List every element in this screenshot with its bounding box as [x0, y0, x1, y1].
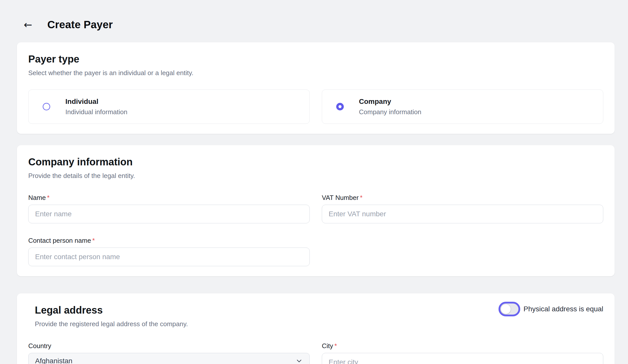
- country-select-value: Afghanistan: [35, 357, 72, 364]
- chevron-down-icon: [296, 358, 302, 364]
- option-text: Company Company information: [359, 98, 421, 116]
- empty-cell: [322, 237, 603, 266]
- country-field-group: Country Afghanistan: [28, 342, 310, 364]
- name-input[interactable]: [28, 205, 310, 223]
- toggle-knob-icon: [501, 304, 511, 314]
- name-field-group: Name*: [28, 194, 310, 223]
- payer-type-options: Individual Individual information Compan…: [28, 89, 603, 124]
- option-individual-description: Individual information: [65, 108, 127, 116]
- company-information-heading: Company information: [28, 156, 603, 168]
- contact-person-label-text: Contact person name: [28, 237, 91, 244]
- page-header: ← Create Payer: [0, 0, 628, 31]
- vat-label: VAT Number*: [322, 194, 603, 202]
- physical-address-toggle-group: Physical address is equal: [499, 302, 603, 316]
- contact-person-input[interactable]: [28, 248, 310, 266]
- city-label-text: City: [322, 342, 333, 350]
- page-title: Create Payer: [47, 19, 113, 31]
- city-required-marker: *: [334, 342, 337, 350]
- payer-type-heading: Payer type: [28, 53, 603, 65]
- legal-address-subtitle: Provide the registered legal address of …: [35, 320, 188, 328]
- vat-required-marker: *: [360, 194, 362, 201]
- name-label: Name*: [28, 194, 310, 202]
- physical-address-toggle[interactable]: [499, 302, 520, 316]
- payer-type-card: Payer type Select whether the payer is a…: [17, 42, 615, 134]
- company-information-card: Company information Provide the details …: [17, 145, 615, 276]
- payer-type-subtitle: Select whether the payer is an individua…: [28, 69, 603, 77]
- payer-type-option-individual[interactable]: Individual Individual information: [28, 89, 310, 124]
- vat-field-group: VAT Number*: [322, 194, 603, 223]
- legal-address-heading: Legal address: [35, 305, 188, 316]
- legal-address-fields-row-1: Country Afghanistan City*: [28, 342, 603, 364]
- contact-person-label: Contact person name*: [28, 237, 310, 245]
- back-button[interactable]: ←: [23, 19, 33, 31]
- country-select[interactable]: Afghanistan: [28, 353, 310, 364]
- country-label: Country: [28, 342, 310, 350]
- radio-company[interactable]: [336, 103, 344, 110]
- option-individual-label: Individual: [65, 98, 127, 106]
- option-text: Individual Individual information: [65, 98, 127, 116]
- name-required-marker: *: [47, 194, 49, 201]
- physical-address-toggle-label: Physical address is equal: [524, 305, 603, 313]
- create-payer-page: ← Create Payer Payer type Select whether…: [0, 0, 628, 364]
- option-company-description: Company information: [359, 108, 421, 116]
- radio-individual[interactable]: [43, 103, 50, 110]
- back-arrow-icon: ←: [24, 19, 32, 31]
- legal-address-card: Legal address Provide the registered leg…: [17, 293, 615, 364]
- payer-type-option-company[interactable]: Company Company information: [322, 89, 603, 124]
- vat-number-input[interactable]: [322, 205, 603, 223]
- legal-address-header: Legal address Provide the registered leg…: [28, 305, 603, 328]
- legal-address-titles: Legal address Provide the registered leg…: [28, 305, 188, 328]
- contact-person-field-group: Contact person name*: [28, 237, 310, 266]
- company-fields-row-1: Name* VAT Number*: [28, 194, 603, 223]
- country-label-text: Country: [28, 342, 51, 350]
- city-field-group: City*: [322, 342, 603, 364]
- vat-label-text: VAT Number: [322, 194, 359, 201]
- company-information-subtitle: Provide the details of the legal entity.: [28, 172, 603, 180]
- city-label: City*: [322, 342, 603, 350]
- city-input[interactable]: [322, 353, 603, 364]
- company-fields-row-2: Contact person name*: [28, 237, 603, 266]
- option-company-label: Company: [359, 98, 421, 106]
- contact-person-required-marker: *: [92, 237, 95, 244]
- name-label-text: Name: [28, 194, 46, 201]
